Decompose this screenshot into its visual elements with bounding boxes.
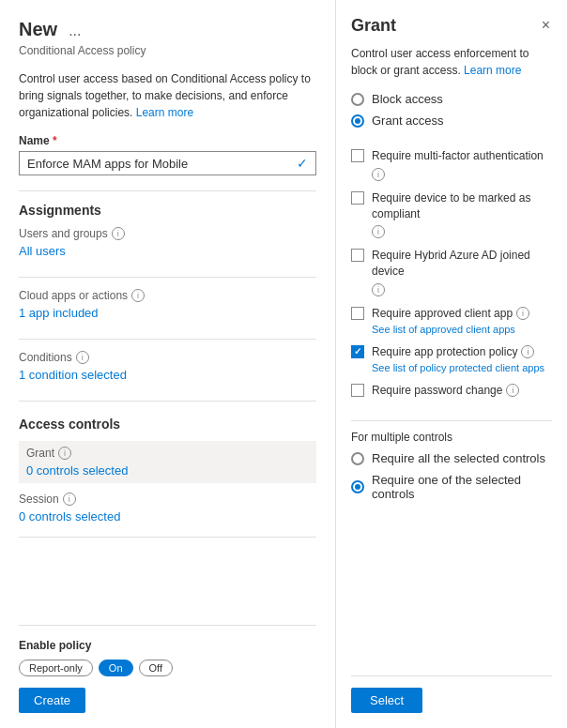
close-button[interactable]: ×: [540, 15, 552, 36]
users-groups-label: Users and groups: [19, 227, 108, 240]
panel-learn-more-link[interactable]: Learn more: [464, 64, 521, 77]
hybrid-info-icon[interactable]: i: [372, 283, 385, 296]
approved-client-link[interactable]: See list of approved client apps: [372, 324, 529, 335]
grant-value[interactable]: 0 controls selected: [26, 463, 128, 478]
approved-client-checkbox-item: Require approved client app i See list o…: [351, 306, 552, 335]
conditions-info-icon[interactable]: i: [76, 351, 89, 364]
session-label: Session: [19, 493, 59, 506]
access-controls-label: Access controls: [19, 417, 316, 432]
create-button[interactable]: Create: [19, 688, 85, 713]
page-subtitle: Conditional Access policy: [19, 44, 316, 57]
hybrid-checkbox-item: Require Hybrid Azure AD joined device i: [351, 248, 552, 296]
session-value[interactable]: 0 controls selected: [19, 509, 120, 523]
grant-access-label: Grant access: [372, 114, 444, 128]
users-groups-info-icon[interactable]: i: [112, 227, 125, 240]
name-input[interactable]: [27, 157, 297, 171]
app-protection-info-icon[interactable]: i: [521, 345, 534, 358]
conditions-label: Conditions: [19, 351, 72, 364]
toggle-row: Report-only On Off: [19, 660, 316, 676]
panel-description: Control user access enforcement to block…: [351, 45, 552, 79]
approved-client-content: Require approved client app i See list o…: [372, 306, 529, 335]
mfa-checkbox[interactable]: [351, 149, 364, 162]
mfa-info-icon[interactable]: i: [372, 168, 385, 181]
checkmark-icon: ✓: [297, 156, 308, 171]
app-protection-label: Require app protection policy i: [372, 344, 544, 360]
grant-access-radio-dot: [355, 118, 360, 124]
policy-description: Control user access based on Conditional…: [19, 70, 316, 121]
users-groups-value[interactable]: All users: [19, 244, 66, 258]
compliant-info-icon[interactable]: i: [372, 225, 385, 238]
conditions-group: Conditions i 1 condition selected: [19, 351, 316, 382]
on-toggle-button[interactable]: On: [99, 660, 133, 676]
compliant-label: Require device to be marked as compliant…: [372, 190, 552, 239]
app-protection-link[interactable]: See list of policy protected client apps: [372, 362, 544, 373]
grant-label: Grant: [26, 447, 54, 460]
mfa-checkbox-item: Require multi-factor authentication i: [351, 148, 552, 181]
require-all-radio[interactable]: Require all the selected controls: [351, 451, 552, 465]
bottom-select-area: Select: [351, 675, 552, 728]
multiple-controls-radio-group: Require all the selected controls Requir…: [351, 451, 552, 508]
report-only-button[interactable]: Report-only: [19, 660, 93, 676]
grant-info-icon[interactable]: i: [58, 447, 71, 460]
bottom-section: Enable policy Report-only On Off Create: [19, 625, 316, 728]
enable-policy-label: Enable policy: [19, 639, 316, 652]
app-protection-checkbox[interactable]: ✓: [351, 345, 364, 358]
block-access-radio[interactable]: Block access: [351, 92, 552, 106]
name-input-wrapper: ✓: [19, 151, 316, 175]
left-panel: New ... Conditional Access policy Contro…: [0, 0, 336, 728]
require-one-label: Require one of the selected controls: [372, 473, 552, 501]
cloud-apps-label: Cloud apps or actions: [19, 289, 128, 302]
more-options-icon[interactable]: ...: [69, 23, 81, 39]
compliant-content: Require device to be marked as compliant…: [372, 190, 552, 239]
password-change-checkbox[interactable]: [351, 384, 364, 397]
grant-access-radio[interactable]: Grant access: [351, 114, 552, 128]
right-panel: Grant × Control user access enforcement …: [336, 0, 567, 728]
approved-client-info-icon[interactable]: i: [516, 307, 529, 320]
name-label: Name *: [19, 134, 316, 147]
compliant-checkbox[interactable]: [351, 191, 364, 205]
password-change-info-icon[interactable]: i: [506, 384, 519, 397]
grant-row[interactable]: Grant i 0 controls selected: [19, 441, 316, 483]
cloud-apps-value[interactable]: 1 app included: [19, 306, 99, 320]
select-button[interactable]: Select: [351, 688, 422, 713]
description-learn-more-link[interactable]: Learn more: [136, 106, 193, 119]
hybrid-content: Require Hybrid Azure AD joined device i: [372, 248, 552, 296]
assignments-section-title: Assignments: [19, 203, 316, 218]
hybrid-label: Require Hybrid Azure AD joined device i: [372, 248, 552, 296]
block-access-label: Block access: [372, 92, 443, 106]
password-change-content: Require password change i: [372, 383, 519, 399]
panel-title: Grant: [351, 16, 396, 36]
mfa-label: Require multi-factor authentication i: [372, 148, 552, 181]
mfa-content: Require multi-factor authentication i: [372, 148, 552, 181]
cloud-apps-info-icon[interactable]: i: [131, 289, 145, 302]
approved-client-label: Require approved client app i: [372, 306, 529, 322]
hybrid-checkbox[interactable]: [351, 249, 364, 262]
app-protection-checkmark: ✓: [354, 346, 361, 356]
block-access-radio-circle: [351, 93, 364, 106]
access-radio-group: Block access Grant access: [351, 92, 552, 135]
grant-access-radio-circle: [351, 114, 364, 128]
password-change-checkbox-item: Require password change i: [351, 383, 552, 399]
page-title: New: [19, 19, 57, 40]
panel-header: Grant ×: [351, 15, 552, 36]
require-one-radio[interactable]: Require one of the selected controls: [351, 473, 552, 501]
multiple-controls-label: For multiple controls: [351, 431, 552, 444]
users-groups-group: Users and groups i All users: [19, 227, 316, 258]
app-protection-content: Require app protection policy i See list…: [372, 344, 544, 373]
off-toggle-button[interactable]: Off: [139, 660, 173, 676]
access-controls-section: Access controls Grant i 0 controls selec…: [19, 417, 316, 549]
conditions-value[interactable]: 1 condition selected: [19, 368, 127, 382]
app-protection-checkbox-item: ✓ Require app protection policy i See li…: [351, 344, 552, 373]
require-one-radio-circle: [351, 480, 364, 493]
session-info-icon[interactable]: i: [63, 493, 76, 506]
password-change-label: Require password change i: [372, 383, 519, 399]
require-all-label: Require all the selected controls: [372, 451, 545, 465]
approved-client-checkbox[interactable]: [351, 307, 364, 320]
required-indicator: *: [50, 134, 57, 147]
require-all-radio-circle: [351, 452, 364, 465]
cloud-apps-group: Cloud apps or actions i 1 app included: [19, 289, 316, 320]
compliant-checkbox-item: Require device to be marked as compliant…: [351, 190, 552, 239]
session-row: Session i 0 controls selected: [19, 487, 316, 529]
grant-options-list: Require multi-factor authentication i Re…: [351, 148, 552, 398]
require-one-radio-dot: [355, 484, 360, 490]
